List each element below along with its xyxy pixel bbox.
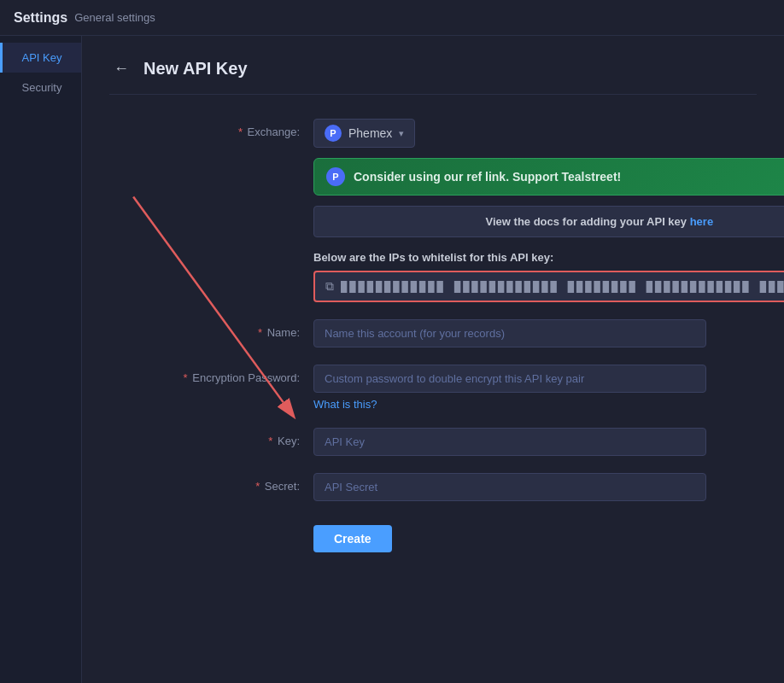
what-is-this-link[interactable]: What is this? — [313, 398, 377, 411]
key-input[interactable] — [313, 428, 706, 456]
ref-link-banner[interactable]: P Consider using our ref link. Support T… — [313, 158, 784, 196]
exchange-control: P Phemex ▾ P Consider using our ref link… — [313, 119, 784, 302]
encryption-password-control: What is this? — [313, 365, 706, 411]
encryption-password-label: * Encryption Password: — [160, 365, 313, 384]
secret-row: * Secret: — [160, 473, 706, 501]
name-control — [313, 319, 706, 347]
key-control — [313, 428, 706, 456]
name-label: * Name: — [160, 319, 313, 339]
secret-control — [313, 473, 706, 501]
ref-banner-text: Consider using our ref link. Support Tea… — [354, 170, 621, 184]
key-row: * Key: — [160, 428, 706, 456]
new-api-key-form: * Exchange: P Phemex ▾ — [160, 119, 706, 552]
sidebar-item-security[interactable]: Security — [0, 73, 81, 102]
exchange-name: Phemex — [348, 126, 392, 140]
copy-icon[interactable]: ⧉ — [325, 279, 334, 294]
whitelist-label: Below are the IPs to whitelist for this … — [313, 251, 784, 264]
docs-link-text: here — [690, 215, 713, 228]
docs-btn-text: View the docs for adding your API key — [486, 215, 690, 228]
breadcrumb: General settings — [74, 11, 155, 24]
secret-input[interactable] — [313, 473, 706, 501]
page-title: New API Key — [143, 59, 248, 79]
chevron-down-icon: ▾ — [399, 128, 404, 139]
encryption-password-row: * Encryption Password: What is this? — [160, 365, 706, 411]
exchange-label: * Exchange: — [160, 119, 313, 138]
back-button[interactable]: ← — [109, 56, 133, 80]
create-button[interactable]: Create — [313, 525, 392, 552]
main-content: ← New API Key * Exchange: P Phemex — [82, 36, 784, 683]
ip-addresses: ████████████ ████████████ ████████ █████… — [341, 281, 784, 293]
exchange-row: * Exchange: P Phemex ▾ — [160, 119, 706, 302]
exchange-icon: P — [325, 125, 342, 142]
page-header: ← New API Key — [109, 56, 757, 95]
sidebar: API Key Security — [0, 36, 82, 683]
key-label: * Key: — [160, 428, 313, 447]
app-title: Settings — [14, 10, 67, 26]
name-row: * Name: — [160, 319, 706, 347]
secret-label: * Secret: — [160, 473, 313, 493]
exchange-dropdown[interactable]: P Phemex ▾ — [313, 119, 415, 148]
sidebar-item-api-key[interactable]: API Key — [0, 43, 81, 73]
encryption-password-input[interactable] — [313, 365, 706, 393]
create-button-row: Create — [160, 518, 706, 552]
ref-icon: P — [326, 167, 345, 186]
name-input[interactable] — [313, 319, 706, 347]
ip-whitelist-box: ⧉ ████████████ ████████████ ████████ ███… — [313, 271, 784, 302]
docs-button[interactable]: View the docs for adding your API key he… — [313, 206, 784, 237]
